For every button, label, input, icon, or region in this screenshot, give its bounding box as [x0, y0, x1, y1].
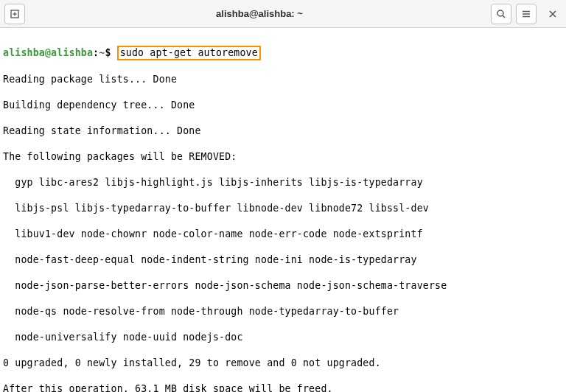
output-line: Building dependency tree... Done [3, 99, 563, 112]
titlebar-left [4, 4, 28, 24]
svg-line-4 [503, 15, 505, 18]
close-icon [548, 10, 557, 18]
output-line: libjs-psl libjs-typedarray-to-buffer lib… [3, 202, 563, 215]
titlebar: alishba@alishba: ~ [0, 0, 566, 28]
window-title: alishba@alishba: ~ [28, 8, 491, 19]
prompt-sep1: : [93, 47, 99, 58]
output-line: Reading state information... Done [3, 125, 563, 138]
svg-point-3 [497, 10, 503, 16]
output-line: node-fast-deep-equal node-indent-string … [3, 253, 563, 267]
output-line: 0 upgraded, 0 newly installed, 29 to rem… [3, 357, 563, 370]
prompt-sep2: $ [105, 47, 111, 58]
new-tab-icon [10, 9, 20, 19]
menu-button[interactable] [516, 4, 537, 24]
output-line: The following packages will be REMOVED: [3, 150, 563, 164]
output-line: node-qs node-resolve-from node-through n… [3, 305, 563, 318]
search-icon [496, 9, 506, 19]
output-line: After this operation, 63.1 MB disk space… [3, 382, 563, 392]
output-line: node-universalify node-uuid nodejs-doc [3, 331, 563, 344]
titlebar-right [491, 4, 562, 24]
output-line: gyp libc-ares2 libjs-highlight.js libjs-… [3, 176, 563, 189]
search-button[interactable] [491, 4, 511, 24]
new-tab-button[interactable] [4, 4, 25, 24]
output-line: libuv1-dev node-chownr node-color-name n… [3, 228, 563, 241]
hamburger-icon [521, 9, 531, 19]
prompt-line: alishba@alishba:~$ sudo apt-get autoremo… [3, 46, 563, 60]
close-button[interactable] [544, 5, 562, 23]
command-highlight: sudo apt-get autoremove [117, 46, 261, 60]
output-line: Reading package lists... Done [3, 73, 563, 86]
output-line: node-json-parse-better-errors node-json-… [3, 279, 563, 293]
prompt-user-host: alishba@alishba [3, 47, 93, 58]
terminal-output[interactable]: alishba@alishba:~$ sudo apt-get autoremo… [0, 28, 566, 392]
